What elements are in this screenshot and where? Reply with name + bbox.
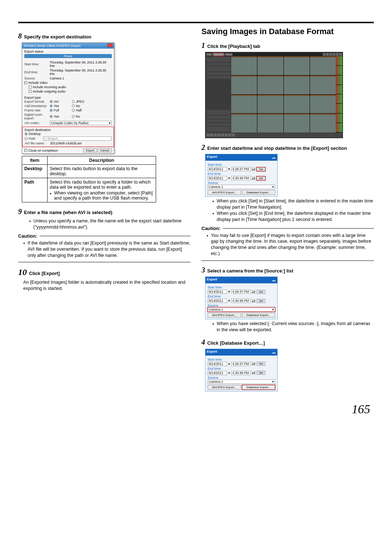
tab-live[interactable]: Live bbox=[206, 53, 212, 56]
set-start-button[interactable]: Set bbox=[257, 167, 265, 171]
close-on-completion-label: Close on completion bbox=[28, 149, 58, 152]
ready-progress: Ready bbox=[24, 54, 112, 58]
step-2-bullets: When you click [Set] in [Start time], th… bbox=[212, 198, 374, 223]
path-input[interactable]: C:\Export bbox=[43, 136, 111, 141]
spinner-icon[interactable]: ▴▾ bbox=[252, 177, 256, 180]
export-panel-3: Export︽ Start time: 9/14/2011▾ 4:28:37 P… bbox=[205, 349, 278, 391]
start-date-input[interactable]: 9/14/2011 bbox=[208, 167, 227, 171]
chevron-down-icon[interactable]: ▾ bbox=[228, 362, 230, 366]
avi-jpeg-export-button[interactable]: AVI/JPEG Export... bbox=[208, 385, 241, 390]
end-time-input[interactable]: 4:30:38 PM bbox=[231, 371, 251, 375]
export-status-section: Export status Ready bbox=[22, 49, 114, 59]
dialog-footer: Close on completion Export Cancel bbox=[22, 147, 114, 153]
tab-setup[interactable]: Setup bbox=[225, 53, 233, 56]
path-radio[interactable] bbox=[25, 137, 28, 140]
end-date-input[interactable]: 9/14/2011 bbox=[208, 176, 227, 180]
source-select[interactable]: Camera 1▾ bbox=[208, 185, 275, 189]
collapse-icon[interactable]: ︽ bbox=[272, 278, 276, 283]
full-label: Full bbox=[54, 108, 72, 112]
set-start-button[interactable]: Set bbox=[257, 362, 265, 366]
step-2: 2 Enter start date/time and stop date/ti… bbox=[201, 143, 374, 152]
start-time-input[interactable]: 4:28:37 PM bbox=[231, 290, 251, 294]
chevron-down-icon[interactable]: ▾ bbox=[228, 290, 230, 294]
avi-jpeg-export-button[interactable]: AVI/JPEG Export... bbox=[208, 190, 241, 195]
playback-screenshot: Live Playback Setup bbox=[205, 52, 343, 138]
database-export-button[interactable]: Database Export... bbox=[242, 385, 275, 390]
fr-half-radio[interactable] bbox=[72, 109, 75, 112]
database-export-button[interactable]: Database Export... bbox=[242, 190, 275, 195]
desktop-radio[interactable] bbox=[25, 132, 28, 135]
step-10: 10 Click [Export] bbox=[18, 267, 191, 277]
jpeg-radio[interactable] bbox=[72, 100, 75, 103]
end-time-label: End time: bbox=[24, 70, 50, 74]
dialog-titlebar: XProtect Smart Client AVI/JPEG Export bbox=[22, 43, 114, 49]
start-time-input[interactable]: 4:28:37 PM bbox=[231, 167, 251, 171]
set-end-button[interactable]: Set bbox=[257, 176, 265, 180]
spinner-icon[interactable]: ▴▾ bbox=[252, 168, 256, 171]
spinner-icon[interactable]: ▴▾ bbox=[252, 290, 256, 294]
ts-yes-radio[interactable] bbox=[50, 104, 53, 107]
fr-full-radio[interactable] bbox=[50, 109, 53, 112]
row-path-desc-a: Select this radio button to specify a fo… bbox=[50, 180, 154, 190]
end-date-input[interactable]: 9/14/2011 bbox=[208, 299, 227, 303]
panel-header: Export bbox=[207, 155, 217, 160]
tab-playback[interactable]: Playback bbox=[213, 53, 224, 56]
chevron-down-icon[interactable]: ▾ bbox=[228, 371, 230, 375]
set-start-button[interactable]: Set bbox=[257, 290, 265, 294]
collapse-icon[interactable]: ︽ bbox=[272, 350, 276, 355]
avi-radio[interactable] bbox=[50, 100, 53, 103]
end-time-input[interactable]: 4:30:38 PM bbox=[231, 299, 251, 303]
yes-label: Yes bbox=[54, 104, 72, 108]
inc-audio-label: Include incoming audio bbox=[33, 85, 66, 89]
source-select[interactable]: Camera 1▾ bbox=[208, 307, 275, 312]
chevron-down-icon: ▾ bbox=[272, 185, 274, 189]
set-end-button[interactable]: Set bbox=[257, 371, 265, 375]
include-video-check[interactable] bbox=[24, 81, 27, 84]
step-3: 3 Select a camera from the [Source:] lis… bbox=[201, 266, 374, 274]
start-date-input[interactable]: 9/14/2011 bbox=[208, 290, 227, 294]
chevron-down-icon[interactable]: ▾ bbox=[228, 176, 230, 180]
chevron-down-icon[interactable]: ▾ bbox=[228, 299, 230, 303]
zoom-no-label: No bbox=[76, 115, 80, 118]
spinner-icon[interactable]: ▴▾ bbox=[252, 371, 256, 374]
playback-controls[interactable] bbox=[206, 132, 342, 138]
include-outgoing-audio-check[interactable] bbox=[29, 90, 32, 93]
window-buttons[interactable] bbox=[107, 44, 113, 48]
page-number: 165 bbox=[18, 402, 374, 416]
set-end-button[interactable]: Set bbox=[257, 299, 265, 303]
jpeg-label: JPEG bbox=[76, 100, 85, 103]
top-rule bbox=[18, 22, 374, 23]
codec-select[interactable]: Cinepak Codec by Radius▾ bbox=[50, 121, 112, 125]
export-type-section: Export type Export format: AVI JPEG Add … bbox=[22, 95, 114, 127]
row-path-desc-b: When viewing on another computer, select… bbox=[50, 190, 154, 201]
end-date-input[interactable]: 9/14/2011 bbox=[208, 371, 227, 375]
caution-rule bbox=[223, 228, 374, 229]
spinner-icon[interactable]: ▴▾ bbox=[252, 362, 256, 365]
close-on-completion-check[interactable] bbox=[24, 149, 27, 152]
avi-jpeg-export-button[interactable]: AVI/JPEG Export... bbox=[208, 313, 241, 317]
end-time-input[interactable]: 4:30:38 PM bbox=[231, 176, 251, 180]
toolbar-icons bbox=[323, 53, 342, 56]
chevron-down-icon: ▾ bbox=[272, 380, 274, 383]
th-desc: Description bbox=[48, 156, 156, 165]
start-time-label: Start time: bbox=[208, 358, 275, 361]
collapse-icon[interactable]: ︽ bbox=[272, 155, 276, 160]
chevron-down-icon[interactable]: ▾ bbox=[228, 167, 230, 171]
spinner-icon[interactable]: ▴▾ bbox=[252, 299, 256, 303]
close-icon[interactable] bbox=[107, 44, 113, 47]
source-value: Camera 1 bbox=[209, 308, 223, 311]
step-3-text: Select a camera from the [Source:] list bbox=[207, 268, 293, 274]
start-time-input[interactable]: 4:28:37 PM bbox=[231, 362, 251, 366]
export-button[interactable]: Export bbox=[83, 148, 97, 152]
end-time-value: Thursday, September 08, 2011 2:26:35 PM bbox=[50, 69, 112, 76]
source-select[interactable]: Camera 1▾ bbox=[208, 379, 275, 384]
ts-no-radio[interactable] bbox=[72, 104, 75, 107]
include-incoming-audio-check[interactable] bbox=[29, 86, 32, 89]
start-date-input[interactable]: 9/14/2011 bbox=[208, 362, 227, 366]
database-export-button[interactable]: Database Export... bbox=[242, 313, 275, 317]
zoom-no-radio[interactable] bbox=[72, 115, 75, 118]
cancel-button[interactable]: Cancel bbox=[98, 148, 112, 152]
step-8: 8 Specify the export destination bbox=[18, 32, 191, 40]
step-4-text: Click [Database Export…] bbox=[207, 340, 265, 346]
zoom-yes-radio[interactable] bbox=[50, 115, 53, 118]
